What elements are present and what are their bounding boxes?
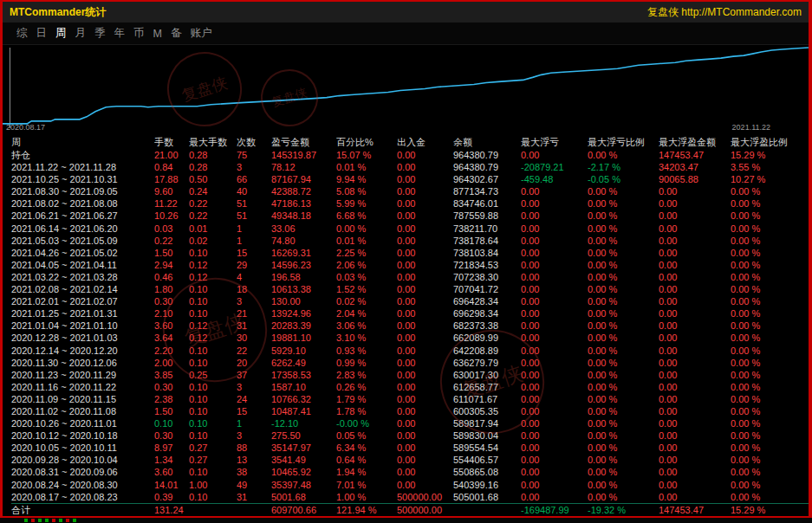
cell: 2020.11.23 ~ 2020.11.29	[11, 369, 154, 381]
cell: 0.10	[189, 417, 237, 429]
table-row[interactable]: 2021.10.25 ~ 2021.10.3117.880.506687167.…	[11, 173, 809, 185]
cell: 1.52 %	[336, 283, 397, 295]
cell: 0.00	[521, 491, 588, 503]
cell: 589554.54	[453, 442, 521, 454]
column-header[interactable]: 出入金	[397, 136, 453, 149]
menu-item-周[interactable]: 周	[55, 26, 67, 41]
title-bar[interactable]: MTCommander统计 复盘侠 http://MTCommander.com	[3, 2, 809, 23]
table-row[interactable]: 2020.11.16 ~ 2020.11.220.300.1031587.100…	[11, 381, 809, 393]
cell: 0.22	[189, 197, 237, 210]
cell: 0.00	[659, 283, 731, 295]
table-row[interactable]: 2020.10.05 ~ 2020.10.118.970.278835147.9…	[11, 442, 809, 454]
cell: 5929.10	[271, 345, 336, 357]
column-header[interactable]: 次数	[237, 136, 271, 149]
cell: 3.64	[154, 332, 189, 344]
column-header[interactable]: 最大浮盈金额	[659, 136, 731, 149]
table-row[interactable]: 2020.11.23 ~ 2020.11.293.850.253717358.5…	[11, 369, 809, 381]
cell: 5.99 %	[336, 197, 397, 210]
brand-link[interactable]: 复盘侠 http://MTCommander.com	[647, 5, 802, 20]
column-header[interactable]: 最大浮亏	[521, 136, 588, 149]
column-header[interactable]: 盈亏金额	[271, 136, 336, 149]
table-row[interactable]: 2020.11.30 ~ 2020.12.062.000.10206262.49…	[11, 357, 809, 369]
column-header[interactable]: 最大浮盈比例	[731, 136, 809, 149]
cell: 0.00 %	[588, 332, 659, 344]
menu-item-账户[interactable]: 账户	[190, 26, 211, 41]
cell: 0.00	[397, 235, 453, 247]
table-row[interactable]: 2020.08.31 ~ 2020.09.063.600.103810465.9…	[11, 466, 809, 478]
table-row[interactable]: 2021.08.02 ~ 2021.08.0811.220.225147186.…	[11, 197, 809, 210]
cell: 0.10	[189, 429, 237, 442]
cell: 696428.34	[453, 295, 521, 307]
table-row[interactable]: 2020.08.24 ~ 2020.08.3014.011.004935397.…	[11, 479, 809, 491]
cell: 0.00 %	[731, 381, 809, 393]
cell: 15	[237, 247, 271, 259]
cell: 0.00	[521, 149, 588, 161]
menu-item-币[interactable]: 币	[133, 26, 145, 41]
menu-item-月[interactable]: 月	[75, 26, 87, 41]
table-row[interactable]: 2020.11.09 ~ 2020.11.152.380.102410766.3…	[11, 393, 809, 405]
table-row[interactable]: 2021.04.26 ~ 2021.05.021.500.101516269.3…	[11, 247, 809, 259]
cell: 0.00	[659, 345, 731, 357]
table-row[interactable]: 2021.02.08 ~ 2021.02.141.800.101810613.3…	[11, 283, 809, 295]
column-header[interactable]: 手数	[154, 136, 189, 149]
table-row[interactable]: 持仓21.000.2875145319.8715.07 %0.00964380.…	[11, 149, 809, 161]
stats-table: 周手数最大手数次数盈亏金额百分比%出入金余额最大浮亏最大浮亏比例最大浮盈金额最大…	[3, 132, 809, 516]
column-header[interactable]: 最大浮亏比例	[588, 136, 659, 149]
table-row[interactable]: 2021.01.04 ~ 2021.01.103.600.123120283.3…	[11, 320, 809, 332]
cell: 14.01	[154, 479, 189, 491]
menu-item-年[interactable]: 年	[114, 26, 126, 41]
table-row[interactable]: 2021.06.21 ~ 2021.06.2710.260.225149348.…	[11, 210, 809, 222]
column-header[interactable]: 余额	[453, 136, 521, 149]
cell: 78.12	[271, 161, 336, 173]
cell: 589817.94	[453, 417, 521, 429]
menu-item-日[interactable]: 日	[36, 26, 48, 41]
column-header[interactable]: 最大手数	[189, 136, 237, 149]
table-row[interactable]: 2021.04.05 ~ 2021.04.112.940.122914596.2…	[11, 259, 809, 271]
column-header[interactable]: 周	[11, 136, 154, 149]
cell: 0.00	[521, 466, 588, 478]
cell: 0.00	[659, 381, 731, 393]
window-title: MTCommander统计	[10, 5, 106, 20]
table-row[interactable]: 2021.08.30 ~ 2021.09.059.600.244042388.7…	[11, 185, 809, 197]
cell: 0.10	[189, 466, 237, 478]
cell: 75	[237, 149, 271, 161]
table-row[interactable]: 2020.10.26 ~ 2020.11.010.100.101-12.10-0…	[11, 417, 809, 429]
cell: -20879.21	[521, 161, 588, 173]
table-row[interactable]: 2020.08.17 ~ 2020.08.230.390.10315001.68…	[11, 491, 809, 503]
cell: 0.00	[397, 223, 453, 235]
table-row[interactable]: 2021.05.03 ~ 2021.05.090.220.02174.800.0…	[11, 235, 809, 247]
table-row[interactable]: 2020.12.28 ~ 2021.01.033.640.123019881.1…	[11, 332, 809, 344]
cell: 0.00 %	[588, 491, 659, 503]
menu-item-季[interactable]: 季	[94, 26, 106, 41]
table-row[interactable]: 2021.01.25 ~ 2021.01.312.100.102113924.9…	[11, 307, 809, 320]
table-row[interactable]: 2021.03.22 ~ 2021.03.280.460.124196.580.…	[11, 271, 809, 283]
table-row[interactable]: 2020.12.14 ~ 2020.12.202.200.10225929.10…	[11, 345, 809, 357]
table-row[interactable]: 2021.11.22 ~ 2021.11.280.840.28378.120.0…	[11, 161, 809, 173]
cell: 0.00	[397, 345, 453, 357]
cell: 10766.32	[271, 393, 336, 405]
cell: 34203.47	[659, 161, 731, 173]
cell: 0.03 %	[336, 271, 397, 283]
equity-curve-svg	[3, 45, 809, 132]
cell: 0.00	[659, 491, 731, 503]
table-row[interactable]: 2021.02.01 ~ 2021.02.070.300.103130.000.…	[11, 295, 809, 307]
cell: 0.00	[659, 442, 731, 454]
cell: 0.00 %	[731, 369, 809, 381]
column-header[interactable]: 百分比%	[336, 136, 397, 149]
cell: 964380.79	[453, 161, 521, 173]
table-row[interactable]: 2021.06.14 ~ 2021.06.200.030.01133.060.0…	[11, 223, 809, 235]
menu-item-M[interactable]: M	[153, 28, 162, 40]
table-row[interactable]: 2020.11.02 ~ 2020.11.081.500.101510487.4…	[11, 405, 809, 417]
table-total-row[interactable]: 合计131.24609700.66121.94 %500000.00-16948…	[11, 503, 809, 516]
table-row[interactable]: 2020.10.12 ~ 2020.10.180.300.103275.500.…	[11, 429, 809, 442]
cell: 877134.73	[453, 185, 521, 197]
table-row[interactable]: 2020.09.28 ~ 2020.10.041.340.27133541.49…	[11, 454, 809, 466]
chart-start-date: 2020.08.17	[6, 123, 45, 132]
background-app-sliver	[0, 518, 812, 523]
menu-item-综[interactable]: 综	[16, 26, 28, 41]
cell: 0.30	[154, 381, 189, 393]
cell: 145319.87	[271, 149, 336, 161]
cell: 0.00 %	[588, 345, 659, 357]
cell: 2020.11.16 ~ 2020.11.22	[11, 381, 154, 393]
menu-item-备[interactable]: 备	[171, 26, 182, 41]
